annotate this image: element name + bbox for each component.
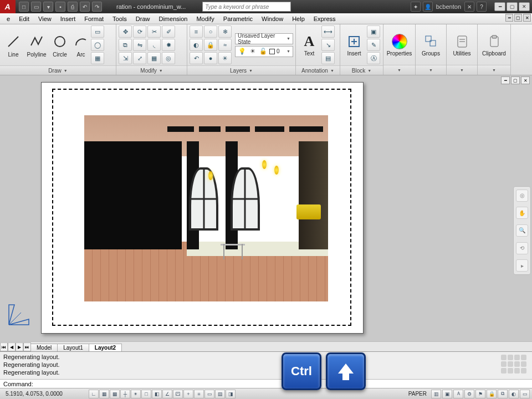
qat-new-icon[interactable]: □ [19, 2, 29, 12]
qat-undo-icon[interactable]: ↶ [80, 2, 90, 12]
help-icon[interactable]: ? [477, 2, 487, 12]
tool-layer-prev[interactable]: ↶ [190, 52, 203, 64]
tool-text[interactable]: A Text [298, 33, 320, 57]
tool-layer-freeze[interactable]: ❄ [218, 25, 232, 38]
menu-dimension[interactable]: Dimension [154, 13, 192, 24]
status-grid-icon[interactable]: ▩ [110, 390, 120, 398]
tool-layer-thaw[interactable]: ☀ [218, 52, 232, 64]
status-osnap-icon[interactable]: □ [141, 390, 151, 398]
tool-line[interactable]: Line [2, 33, 24, 58]
nav-showmotion-icon[interactable]: ▸ [516, 259, 528, 272]
doc-close-button[interactable]: ✕ [521, 76, 530, 84]
tool-table[interactable]: ▤ [321, 52, 335, 64]
layout-viewport[interactable] [84, 115, 328, 301]
tool-attr-block[interactable]: Ⓐ [367, 52, 380, 64]
status-quickview-layouts-icon[interactable]: ▥ [431, 390, 441, 398]
tool-move[interactable]: ✥ [119, 25, 132, 38]
coordinate-readout[interactable]: 5.1910, 4.0753, 0.0000 [0, 391, 89, 397]
tool-fillet[interactable]: ◟ [147, 39, 161, 51]
panel-clipboard-drop[interactable]: ▼ [478, 65, 510, 75]
layer-state-combo[interactable]: Unsaved Layer State▼ [235, 33, 293, 44]
drawing-area[interactable]: ━ ▢ ✕ ◎ ✋ 🔍 ⟲ ▸ [0, 75, 532, 341]
tool-layer-iso[interactable]: ◐ [190, 39, 203, 51]
tool-create-block[interactable]: ▣ [367, 25, 380, 38]
qat-print-icon[interactable]: ⎙ [68, 2, 78, 12]
tab-model[interactable]: Model [30, 344, 58, 351]
status-lwt-icon[interactable]: ≡ [194, 390, 204, 398]
status-clean-screen-icon[interactable]: ▭ [520, 390, 530, 398]
tool-edit-block[interactable]: ✎ [367, 39, 380, 51]
status-toolbar-lock-icon[interactable]: 🔒 [487, 390, 497, 398]
nav-orbit-icon[interactable]: ⟲ [516, 242, 528, 254]
tab-layout1[interactable]: Layout1 [57, 344, 89, 351]
panel-block-title[interactable]: Block▼ [340, 65, 383, 75]
panel-properties-drop[interactable]: ▼ [383, 65, 415, 75]
tab-last-button[interactable]: ⏭ [23, 342, 31, 351]
status-quickview-drawings-icon[interactable]: ▣ [442, 390, 452, 398]
signin-icon[interactable]: 👤 [423, 2, 433, 12]
menu-view[interactable]: View [34, 13, 56, 24]
doc-restore-button[interactable]: ▢ [511, 76, 520, 84]
tool-circle[interactable]: Circle [49, 33, 71, 58]
nav-wheel-icon[interactable]: ◎ [516, 190, 528, 202]
status-sc-icon[interactable]: ◨ [226, 390, 236, 398]
tool-array[interactable]: ▦ [147, 52, 161, 64]
status-isolate-icon[interactable]: ◐ [509, 390, 519, 398]
qat-open-icon[interactable]: ▭ [31, 2, 41, 12]
tool-explode[interactable]: ✸ [162, 39, 175, 51]
close-button[interactable]: ✕ [519, 2, 530, 11]
menu-modify[interactable]: Modify [192, 13, 218, 24]
exchange-icon[interactable]: ✕ [464, 2, 474, 12]
maximize-button[interactable]: ▢ [507, 2, 518, 11]
minimize-button[interactable]: ━ [494, 2, 505, 11]
tool-hatch[interactable]: ▦ [91, 52, 104, 64]
layer-current-combo[interactable]: 💡 ☀ 🔓 0 ▼ [235, 46, 293, 57]
tab-prev-button[interactable]: ◀ [8, 342, 16, 351]
status-qp-icon[interactable]: ▤ [215, 390, 225, 398]
tool-layer-lock[interactable]: 🔒 [204, 39, 217, 51]
status-otrack-icon[interactable]: ∠ [162, 390, 172, 398]
space-toggle[interactable]: PAPER [405, 391, 430, 397]
status-ortho-icon[interactable]: ┼ [120, 390, 130, 398]
menu-window[interactable]: Window [257, 13, 288, 24]
tool-clipboard[interactable]: Clipboard [480, 33, 508, 57]
status-tpy-icon[interactable]: ▭ [204, 390, 214, 398]
status-polar-icon[interactable]: ✴ [131, 390, 141, 398]
tool-mirror[interactable]: ⇋ [133, 39, 146, 51]
help-search-input[interactable] [202, 2, 291, 12]
tool-utilities[interactable]: Utilities [449, 33, 475, 57]
tab-layout2[interactable]: Layout2 [89, 344, 122, 351]
status-ducs-icon[interactable]: ⮹ [173, 390, 183, 398]
mdi-minimize-button[interactable]: ━ [505, 14, 513, 22]
tool-dimension[interactable]: ⟷ [321, 25, 335, 38]
tool-layer-match[interactable]: ≈ [218, 39, 232, 51]
tool-erase[interactable]: ✐ [162, 25, 175, 38]
panel-layers-title[interactable]: Layers▼ [187, 65, 295, 75]
panel-draw-title[interactable]: Draw▼ [0, 65, 116, 75]
status-hardware-accel-icon[interactable]: ⧉ [498, 390, 508, 398]
nav-zoom-icon[interactable]: 🔍 [516, 224, 528, 237]
status-snap-icon[interactable]: ▦ [99, 390, 109, 398]
tool-offset[interactable]: ◎ [162, 52, 175, 64]
panel-annotation-title[interactable]: Annotation▼ [296, 65, 340, 75]
menu-insert[interactable]: Insert [56, 13, 80, 24]
tool-trim[interactable]: ✂ [147, 25, 161, 38]
menu-help[interactable]: Help [288, 13, 309, 24]
menu-format[interactable]: Format [80, 13, 108, 24]
tool-layer-off[interactable]: ○ [204, 25, 217, 38]
qat-redo-icon[interactable]: ↷ [92, 2, 102, 12]
status-infer-icon[interactable]: ∟ [89, 390, 99, 398]
tool-leader[interactable]: ↘ [321, 39, 335, 51]
tool-stretch[interactable]: ⇲ [119, 52, 132, 64]
panel-utilities-drop[interactable]: ▼ [447, 65, 477, 75]
infocenter-icon[interactable]: ✦ [411, 2, 421, 12]
status-annovis-icon[interactable]: ⚙ [464, 390, 474, 398]
tool-rectangle[interactable]: ▭ [91, 25, 104, 38]
status-ws-icon[interactable]: ⚑ [475, 390, 485, 398]
tool-properties[interactable]: Properties [386, 33, 413, 57]
qat-save-icon[interactable]: ▾ [43, 2, 53, 12]
tool-copy[interactable]: ⧉ [119, 39, 132, 51]
command-input[interactable]: Command: [0, 379, 532, 388]
status-dyn-icon[interactable]: + [183, 390, 193, 398]
mdi-close-button[interactable]: ✕ [523, 14, 531, 22]
